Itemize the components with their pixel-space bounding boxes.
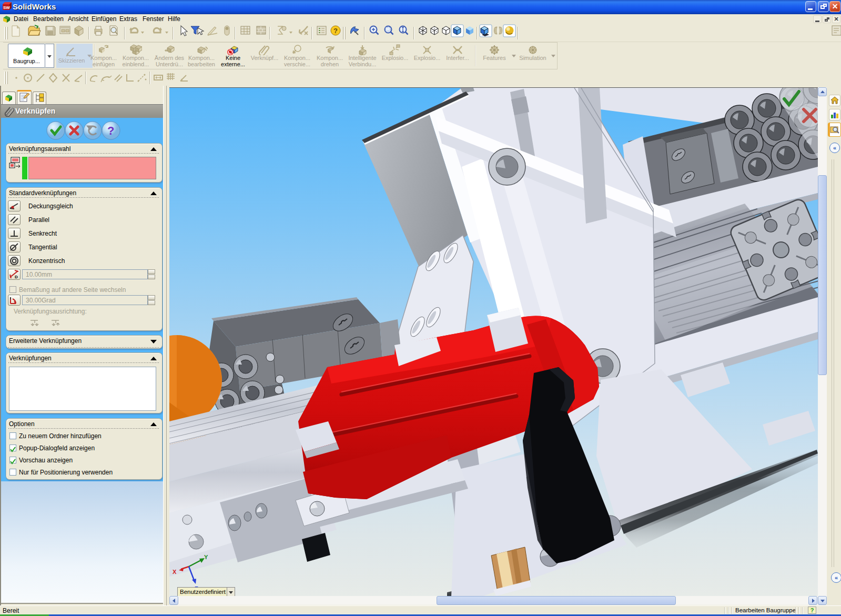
svg-text:D: D <box>15 275 18 279</box>
svg-text:SW: SW <box>3 5 10 10</box>
svg-text:?: ? <box>107 124 114 137</box>
svg-text:?: ? <box>333 27 338 35</box>
svg-text:Y: Y <box>204 554 208 560</box>
svg-text:X: X <box>173 569 177 575</box>
